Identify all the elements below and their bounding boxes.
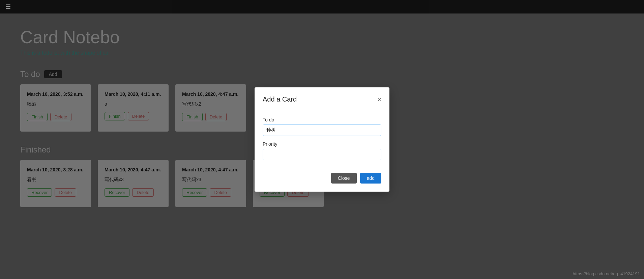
add-card-modal: Add a Card × To do Priority Close add bbox=[255, 87, 389, 192]
todo-label: To do bbox=[263, 117, 381, 122]
modal-overlay: Add a Card × To do Priority Close add bbox=[0, 0, 644, 279]
modal-close-button[interactable]: Close bbox=[331, 173, 357, 184]
todo-form-group: To do bbox=[263, 117, 381, 136]
todo-input[interactable] bbox=[263, 124, 381, 136]
modal-close-icon-button[interactable]: × bbox=[377, 96, 381, 103]
modal-divider-bottom bbox=[263, 167, 381, 167]
priority-label: Priority bbox=[263, 141, 381, 147]
modal-add-button[interactable]: add bbox=[360, 173, 381, 184]
modal-divider-top bbox=[263, 110, 381, 110]
modal-title: Add a Card bbox=[263, 95, 297, 103]
priority-input[interactable] bbox=[263, 149, 381, 160]
priority-form-group: Priority bbox=[263, 141, 381, 160]
modal-actions: Close add bbox=[263, 173, 381, 184]
modal-header: Add a Card × bbox=[263, 95, 381, 103]
